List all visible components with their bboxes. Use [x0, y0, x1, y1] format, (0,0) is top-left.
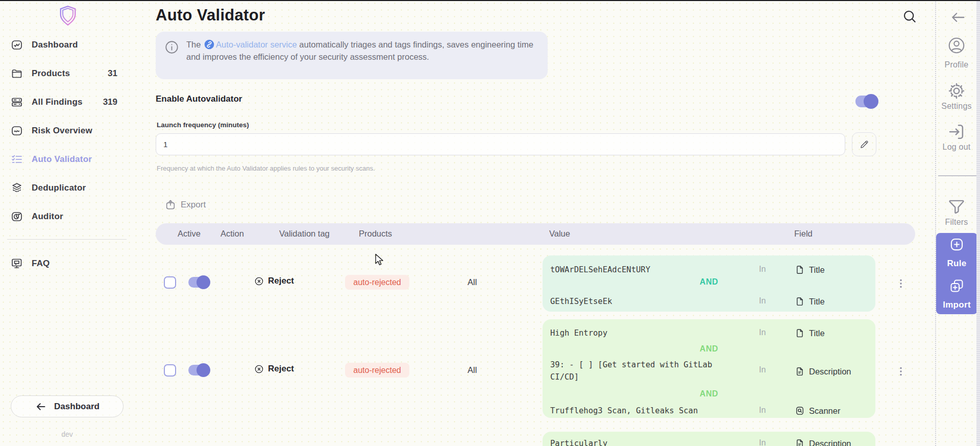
enable-autovalidator-label: Enable Autovalidator: [156, 94, 242, 104]
condition-operator: In: [759, 438, 766, 446]
sidebar-item-label: FAQ: [32, 259, 50, 269]
validation-tag-badge: auto-rejected: [345, 363, 409, 378]
scanner-icon: [795, 406, 805, 416]
column-header-field: Field: [794, 229, 813, 239]
condition-field-label: Title: [809, 265, 825, 275]
column-header-validation-tag: Validation tag: [279, 229, 330, 239]
kebab-icon: [895, 278, 906, 289]
filters-funnel-icon[interactable]: [947, 197, 966, 216]
logout-icon[interactable]: [947, 122, 966, 142]
sidebar-faq-section: FAQ: [0, 249, 145, 278]
row-select-checkbox[interactable]: [164, 276, 176, 289]
sidebar-item-auto-validator[interactable]: Auto Validator: [0, 145, 145, 174]
rule-label: Rule: [936, 259, 977, 269]
edit-frequency-button[interactable]: [852, 132, 876, 156]
rule-conditions-box: tOWArDELSehEAdcENtURY In Title AND GEthI…: [543, 255, 875, 312]
arrow-left-icon: [949, 9, 967, 26]
export-button[interactable]: Export: [165, 199, 206, 210]
back-to-dashboard-button[interactable]: Dashboard: [11, 395, 124, 417]
title-file-icon: [795, 265, 805, 275]
banner-prefix: The: [186, 40, 201, 49]
sidebar-item-label: Products: [32, 68, 70, 79]
checklist-icon: [11, 153, 23, 166]
right-rail: Profile Settings Log out Filters Rule Im…: [935, 0, 980, 446]
condition-value: Particularly: [550, 437, 724, 446]
rule-conditions-box: Particularly In Description: [543, 432, 875, 446]
sidebar-item-risk-overview[interactable]: Risk Overview: [0, 116, 145, 145]
row-select-checkbox[interactable]: [164, 364, 176, 377]
condition-field-label: Title: [809, 297, 825, 307]
and-joiner: AND: [543, 344, 875, 354]
products-count-badge: 31: [108, 68, 117, 79]
auto-validator-page: Dashboard Products 31 All Findings 319 R…: [0, 0, 980, 446]
sidebar-divider: [7, 239, 127, 240]
condition-line: tOWArDELSehEAdcENtURY In Title: [543, 264, 875, 276]
condition-field-label: Description: [809, 439, 851, 446]
rule-enabled-toggle[interactable]: [188, 365, 209, 375]
page-title: Auto Validator: [156, 6, 265, 25]
settings-gear-icon[interactable]: [947, 81, 966, 101]
page-scrollbar[interactable]: [976, 0, 980, 446]
rail-actions-panel: Rule Import: [936, 233, 977, 314]
condition-operator: In: [759, 365, 766, 374]
frequency-input[interactable]: [156, 133, 845, 155]
add-rule-button[interactable]: Rule: [936, 237, 977, 269]
profile-icon[interactable]: [947, 36, 966, 55]
and-joiner: AND: [543, 389, 875, 398]
sidebar-nav: Dashboard Products 31 All Findings 319 R…: [0, 31, 145, 231]
info-banner-text: The Auto-validator service automatically…: [186, 39, 544, 63]
sidebar-item-label: All Findings: [32, 97, 83, 107]
plus-square-icon: [949, 237, 965, 252]
sidebar-item-dashboard[interactable]: Dashboard: [0, 31, 145, 59]
condition-line: GEthISyEtseEk In Title: [543, 295, 875, 308]
condition-operator: In: [759, 328, 766, 337]
condition-operator: In: [759, 406, 766, 415]
auto-validator-service-link[interactable]: Auto-validator service: [216, 40, 297, 49]
table-header: Active Action Validation tag Products Va…: [156, 223, 915, 245]
condition-field: Title: [795, 327, 825, 339]
rule-conditions-box: High Entropy In Title AND 39: - [ ] [Get…: [543, 319, 875, 418]
description-file-icon: [795, 366, 805, 377]
left-sidebar: Dashboard Products 31 All Findings 319 R…: [0, 0, 145, 446]
action-label: Reject: [268, 276, 294, 286]
title-file-icon: [795, 296, 805, 307]
condition-value: High Entropy: [550, 327, 724, 339]
column-header-value: Value: [549, 229, 570, 239]
sidebar-item-all-findings[interactable]: All Findings 319: [0, 88, 145, 116]
sidebar-item-products[interactable]: Products 31: [0, 59, 145, 88]
copy-plus-icon: [949, 278, 965, 294]
layers-icon: [11, 182, 23, 194]
sidebar-item-auditor[interactable]: Auditor: [0, 202, 145, 231]
collapse-rail-button[interactable]: [949, 9, 967, 23]
condition-operator: In: [759, 296, 766, 306]
reject-icon: [254, 364, 264, 374]
app-logo-shield-icon: [58, 5, 78, 26]
column-header-active: Active: [178, 229, 201, 239]
reject-icon: [254, 276, 264, 286]
sidebar-item-label: Auditor: [32, 212, 63, 222]
sidebar-item-deduplicator[interactable]: Deduplicator: [0, 174, 145, 202]
condition-line: High Entropy In Title: [543, 327, 875, 339]
enable-autovalidator-toggle[interactable]: [855, 96, 877, 107]
row-menu-button[interactable]: [895, 365, 906, 378]
condition-field: Title: [795, 264, 825, 276]
frequency-help-text: Frequency at which the Auto Validator ap…: [157, 165, 375, 172]
products-cell: All: [468, 365, 477, 375]
condition-value: tOWArDELSehEAdcENtURY: [550, 264, 724, 276]
sidebar-item-label: Deduplicator: [32, 183, 86, 193]
findings-count-badge: 319: [103, 97, 117, 107]
folder-icon: [11, 67, 23, 80]
row-menu-button[interactable]: [895, 277, 906, 290]
export-icon: [165, 199, 176, 210]
condition-value: GEthISyEtseEk: [550, 295, 724, 308]
rule-enabled-toggle[interactable]: [188, 277, 209, 288]
products-cell: All: [468, 277, 477, 287]
sidebar-item-faq[interactable]: FAQ: [0, 249, 145, 278]
search-button[interactable]: [901, 8, 918, 25]
import-button[interactable]: Import: [936, 278, 977, 310]
table-row: Reject auto-rejected All tOWArDELSehEAdc…: [156, 251, 915, 316]
search-icon: [901, 8, 918, 25]
title-file-icon: [795, 328, 805, 338]
condition-field: Title: [795, 295, 825, 308]
faq-monitor-icon: [11, 257, 23, 270]
